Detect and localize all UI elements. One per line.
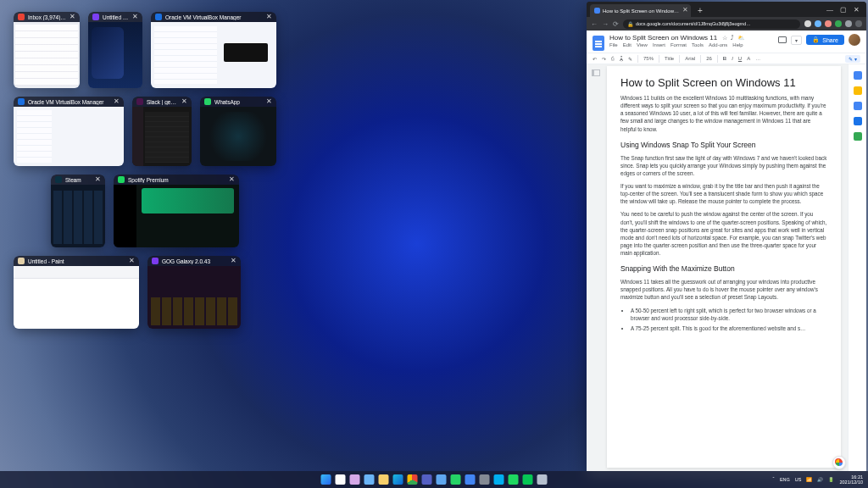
skype-icon[interactable] [494,474,504,485]
store-icon[interactable] [437,474,447,485]
browser-menu-icon[interactable] [855,20,862,27]
volume-icon[interactable]: 🔊 [817,477,823,482]
cloud-status-icon[interactable]: ⛅ [737,35,745,42]
window-close-button[interactable]: ✕ [854,6,860,14]
close-icon[interactable]: ✕ [266,98,272,105]
menu-insert[interactable]: Insert [653,42,665,47]
menu-view[interactable]: View [637,42,648,47]
forward-icon[interactable]: → [602,20,609,28]
snap-thumb-gog[interactable]: GOG Galaxy 2.0.43✕ [147,256,241,329]
snap-thumb-virtualbox[interactable]: Oracle VM VirtualBox Manager✕ [151,12,276,88]
tray-layout[interactable]: US [795,477,802,482]
maximize-button[interactable]: ▢ [840,6,847,14]
italic-button[interactable]: I [732,56,733,61]
tray-chevron-icon[interactable]: ˄ [772,477,775,482]
close-icon[interactable]: ✕ [95,176,101,183]
whatsapp-icon[interactable] [451,474,461,485]
keep-icon[interactable] [854,86,862,95]
menu-addons[interactable]: Add-ons [709,42,727,47]
battery-icon[interactable]: 🔋 [828,477,834,482]
start-icon[interactable] [321,474,331,485]
menu-edit[interactable]: Edit [623,42,632,47]
ext-icon[interactable] [815,20,821,27]
close-icon[interactable]: ✕ [181,98,187,105]
mail-icon[interactable] [537,474,548,485]
underline-button[interactable]: U [738,56,742,61]
close-icon[interactable]: ✕ [231,258,236,264]
reload-icon[interactable]: ⟳ [613,20,619,28]
menu-format[interactable]: Format [670,42,687,47]
editing-mode-button[interactable]: ✎ ▾ [845,55,860,63]
tab-close-icon[interactable]: ✕ [682,7,688,14]
contacts-icon[interactable] [854,117,862,125]
line-icon[interactable] [523,474,533,485]
document-title[interactable]: How to Split Screen on Windows 11 [609,34,717,42]
back-icon[interactable]: ← [591,20,598,28]
snap-thumb-slack[interactable]: Slack | general | A✕ [132,97,192,166]
taskview-icon[interactable] [350,474,360,485]
redo-button[interactable]: ↷ [602,56,606,62]
menu-tools[interactable]: Tools [692,42,704,47]
ext-icon[interactable] [845,20,852,27]
ext-icon[interactable] [835,20,842,27]
snap-thumb-steam[interactable]: Steam✕ [51,175,105,247]
maps-icon[interactable] [854,132,862,141]
close-icon[interactable]: ✕ [70,14,75,20]
font-select[interactable]: Arial [685,56,695,61]
search-icon[interactable] [336,474,346,485]
outline-toggle-icon[interactable] [592,69,600,76]
calendar-icon[interactable] [854,71,862,80]
spellcheck-button[interactable]: Ặ [620,56,623,62]
snap-assist-area: Inbox (3,974) — w.✕ Untitled design —✕ O… [0,0,314,474]
chrome-icon[interactable] [408,474,418,485]
undo-button[interactable]: ↶ [593,56,597,62]
snap-thumb-inbox[interactable]: Inbox (3,974) — w.✕ [14,12,80,88]
bold-button[interactable]: B [723,56,726,61]
close-icon[interactable]: ✕ [266,14,272,20]
settings-icon[interactable] [480,474,490,485]
close-icon[interactable]: ✕ [229,176,235,183]
share-button[interactable]: 🔒Share [806,35,844,45]
explorer-icon[interactable] [379,474,389,485]
paint-format-button[interactable]: ✎ [628,56,632,62]
font-size-input[interactable]: 26 [706,56,712,61]
close-icon[interactable]: ✕ [114,98,120,105]
tasks-icon[interactable] [854,102,862,110]
close-icon[interactable]: ✕ [132,14,138,20]
new-tab-button[interactable]: + [694,6,706,17]
minimize-button[interactable]: — [826,6,833,14]
move-icon[interactable]: ⤴ [731,35,734,42]
snap-thumb-spotify[interactable]: Spotify Premium✕ [114,175,239,247]
tray-lang[interactable]: ENG [780,477,790,482]
snap-thumb-whatsapp[interactable]: WhatsApp✕ [200,97,276,166]
wifi-icon[interactable]: 📶 [806,477,812,482]
snap-thumb-design[interactable]: Untitled design —✕ [88,12,142,88]
menu-help[interactable]: Help [732,42,743,47]
ext-icon[interactable] [825,20,832,27]
tab-active[interactable]: How to Split Screen on Window… ✕ [590,4,691,17]
style-select[interactable]: Title [665,56,674,61]
print-button[interactable]: ⎙ [611,56,615,61]
account-avatar[interactable] [849,34,860,46]
ext-icon[interactable] [804,20,811,27]
snap-thumb-paint[interactable]: Untitled - Paint✕ [14,256,139,329]
present-icon[interactable] [778,36,787,43]
teams-icon[interactable] [422,474,432,485]
text-color-button[interactable]: A [747,56,750,61]
spotify-icon[interactable] [509,474,519,485]
docs-logo-icon[interactable] [593,36,604,51]
close-icon[interactable]: ✕ [129,258,135,264]
clock[interactable]: 16:21 2021/12/10 [839,474,863,485]
mode-dropdown[interactable]: ▾ [791,36,802,45]
edge-icon[interactable] [393,474,403,485]
menu-file[interactable]: File [609,42,618,47]
explore-button[interactable]: 2 [832,456,846,469]
document-page[interactable]: How to Split Screen on Windows 11 Window… [607,66,841,468]
snap-thumb-virtualbox-2[interactable]: Oracle VM VirtualBox Manager✕ [14,97,124,166]
star-icon[interactable]: ☆ [722,35,727,42]
more-button[interactable]: … [755,56,760,61]
omnibox[interactable]: 🔒 docs.google.com/document/d/1J8mqGu3t8j… [623,19,800,29]
widgets-icon[interactable] [364,474,375,485]
docs-icon[interactable] [465,474,476,485]
zoom-select[interactable]: 75% [643,56,654,61]
